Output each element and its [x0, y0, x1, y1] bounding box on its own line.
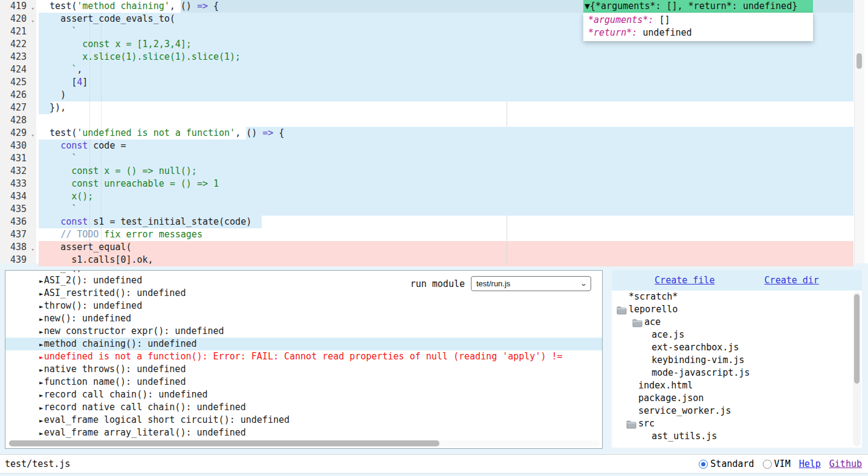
tree-file[interactable]: service_worker.js [612, 405, 862, 417]
code-line[interactable] [36, 114, 853, 127]
gutter-line[interactable]: 422 [0, 38, 36, 51]
gutter-line[interactable]: 428 [0, 114, 36, 127]
code-line[interactable]: }), [36, 101, 853, 114]
create-dir-link[interactable]: Create dir [765, 275, 819, 286]
keybinding-standard-radio[interactable]: Standard [699, 458, 754, 469]
code-line[interactable]: ` [36, 152, 853, 165]
file-name[interactable]: keybinding-vim.js [652, 354, 745, 367]
console-horizontal-scrollbar-thumb[interactable] [9, 440, 439, 446]
expand-triangle-icon[interactable]: ► [39, 328, 44, 336]
file-name[interactable]: service_worker.js [638, 405, 731, 417]
file-tree[interactable]: *scratch*leporelloaceace.jsext-searchbox… [612, 291, 862, 448]
folder-name[interactable]: src [638, 417, 655, 430]
call-tree-entry[interactable]: ►record call chain(): undefined [5, 388, 602, 401]
expand-triangle-icon[interactable]: ► [39, 417, 44, 425]
keybinding-vim-label[interactable]: VIM [774, 458, 791, 469]
gutter-line[interactable]: 431 [0, 152, 36, 165]
expand-triangle-icon[interactable]: ► [39, 379, 44, 387]
call-tree-entry[interactable]: ►method chaining(): undefined [5, 338, 602, 350]
tree-folder[interactable]: src [612, 417, 862, 430]
tree-file[interactable]: keybinding-vim.js [612, 354, 862, 367]
run-module-select[interactable]: test/run.js ⌄ [471, 276, 591, 291]
expand-triangle-icon[interactable]: ► [39, 290, 44, 298]
file-name[interactable]: ast_utils.js [652, 430, 717, 443]
gutter-line[interactable]: 432 [0, 165, 36, 178]
code-line[interactable]: s1.calls[0].ok, [36, 254, 853, 266]
eval-result-row[interactable]: *arguments*: [] [588, 14, 809, 27]
expand-triangle-icon[interactable]: ► [39, 404, 44, 412]
call-tree-entry[interactable]: ►eval_frame array_literal(): undefined [5, 426, 602, 439]
file-name[interactable]: package.json [638, 392, 704, 405]
file-name[interactable]: ext-searchbox.js [652, 341, 739, 354]
tree-file[interactable]: mode-javascript.js [612, 367, 862, 379]
code-line[interactable]: test('undefined is not a function', () =… [36, 127, 853, 140]
folder-name[interactable]: ace [644, 316, 661, 329]
call-tree-entry[interactable]: ►function name(): undefined [5, 376, 602, 388]
code-line[interactable]: const s1 = test_initial_state(code) [36, 216, 853, 228]
file-tree-panel[interactable]: Create file Create dir *scratch*leporell… [612, 270, 862, 448]
file-name[interactable]: index.html [638, 379, 693, 392]
expand-triangle-icon[interactable]: ► [39, 353, 44, 361]
eval-result-summary[interactable]: ▼{*arguments*: [], *return*: undefined} [583, 0, 813, 13]
call-tree-entry[interactable]: ►record native call chain(): undefined [5, 401, 602, 414]
editor-scrollbar[interactable] [854, 0, 864, 263]
expand-triangle-icon[interactable]: ► [39, 315, 44, 323]
keybinding-vim-radio[interactable]: VIM [763, 458, 791, 469]
file-tree-scrollbar-thumb[interactable] [854, 294, 860, 384]
call-tree-entry[interactable]: ►eval_frame logical short circuit(): und… [5, 414, 602, 426]
console-horizontal-scrollbar[interactable] [8, 440, 600, 446]
file-name[interactable]: ace.js [652, 329, 684, 341]
expand-triangle-icon[interactable]: ► [39, 270, 44, 272]
tree-file[interactable]: package.json [612, 392, 862, 405]
call-tree-panel[interactable]: ►ASI_1(): undefined►ASI_2(): undefined►A… [5, 270, 603, 449]
call-tree-entry[interactable]: ►new(): undefined [5, 312, 602, 325]
gutter-line[interactable]: 423 [0, 51, 36, 63]
gutter-line[interactable]: 419▾ [0, 0, 36, 13]
create-file-link[interactable]: Create file [655, 275, 714, 286]
folder-name[interactable]: leporello [629, 303, 678, 316]
tree-folder[interactable]: leporello [612, 303, 862, 316]
call-tree-entry[interactable]: ►native throws(): undefined [5, 363, 602, 376]
code-line[interactable]: const code = [36, 140, 853, 152]
expand-triangle-icon[interactable]: ► [39, 303, 44, 310]
keybinding-standard-label[interactable]: Standard [710, 458, 754, 469]
call-tree-entry[interactable]: ►throw(): undefined [5, 300, 602, 312]
file-name[interactable]: mode-javascript.js [652, 367, 750, 379]
radio-unselected-icon[interactable] [763, 460, 772, 469]
call-tree-entry[interactable]: ►undefined is not a function(): Error: F… [5, 350, 602, 363]
tree-file[interactable]: ast_utils.js [612, 430, 862, 443]
gutter-line[interactable]: 437 [0, 228, 36, 241]
code-line[interactable]: const unreachable = () => 1 [36, 178, 853, 190]
code-line[interactable]: assert_equal( [36, 241, 853, 254]
radio-selected-icon[interactable] [699, 460, 708, 469]
gutter-line[interactable]: 425 [0, 76, 36, 89]
tree-folder[interactable]: ace [612, 316, 862, 329]
code-line[interactable]: x.slice(1).slice(1).slice(1); [36, 51, 853, 63]
gutter-line[interactable]: 424 [0, 63, 36, 76]
gutter-line[interactable]: 436 [0, 216, 36, 228]
gutter-line[interactable]: 438▾ [0, 241, 36, 254]
tree-file[interactable]: ext-searchbox.js [612, 341, 862, 354]
eval-result-row[interactable]: *return*: undefined [588, 27, 809, 39]
tree-file[interactable]: ace.js [612, 329, 862, 341]
code-line[interactable]: [4] [36, 76, 853, 89]
code-editor[interactable]: test('method chaining', () => { assert_c… [0, 0, 868, 263]
code-line[interactable]: x(); [36, 190, 853, 203]
eval-result-tooltip[interactable]: ▼{*arguments*: [], *return*: undefined} … [583, 0, 813, 41]
call-tree-entry[interactable]: ►ASI_1(): undefined [5, 270, 602, 274]
gutter-line[interactable]: 430 [0, 140, 36, 152]
gutter-line[interactable]: 435 [0, 203, 36, 216]
code-line[interactable]: ) [36, 89, 853, 101]
gutter-line[interactable]: 439 [0, 254, 36, 266]
gutter-line[interactable]: 434 [0, 190, 36, 203]
expand-triangle-icon[interactable]: ► [39, 391, 44, 399]
gutter-line[interactable]: 433 [0, 178, 36, 190]
call-tree-entry[interactable]: ►new constructor expr(): undefined [5, 325, 602, 338]
help-link[interactable]: Help [799, 458, 821, 469]
gutter-line[interactable]: 420▾ [0, 13, 36, 25]
github-link[interactable]: Github [829, 458, 862, 469]
expand-triangle-icon[interactable]: ► [39, 277, 44, 285]
code-line[interactable]: const x = () => null(); [36, 165, 853, 178]
gutter-line[interactable]: 429▾ [0, 127, 36, 140]
gutter-line[interactable]: 421 [0, 25, 36, 38]
